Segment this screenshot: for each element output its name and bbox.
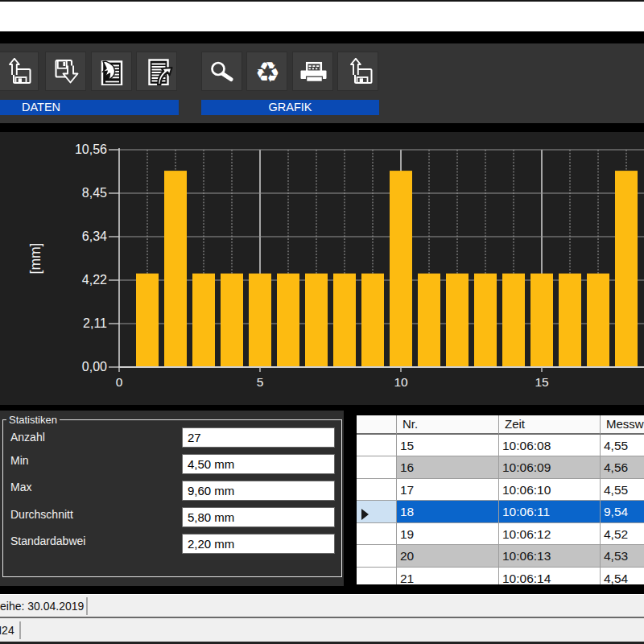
svg-text:♻: ♻ [255, 58, 280, 85]
svg-text:0,00: 0,00 [82, 360, 107, 374]
svg-text:0: 0 [116, 375, 123, 389]
svg-text:8,45: 8,45 [82, 186, 107, 200]
svg-text:2,11: 2,11 [83, 316, 107, 330]
svg-text:[mm]: [mm] [27, 243, 43, 275]
svg-text:6,34: 6,34 [82, 229, 107, 243]
svg-text:5: 5 [257, 375, 264, 389]
svg-text:4,22: 4,22 [82, 273, 107, 287]
svg-text:15: 15 [535, 375, 548, 389]
svg-text:10,56: 10,56 [75, 142, 107, 156]
svg-text:10: 10 [394, 375, 408, 389]
